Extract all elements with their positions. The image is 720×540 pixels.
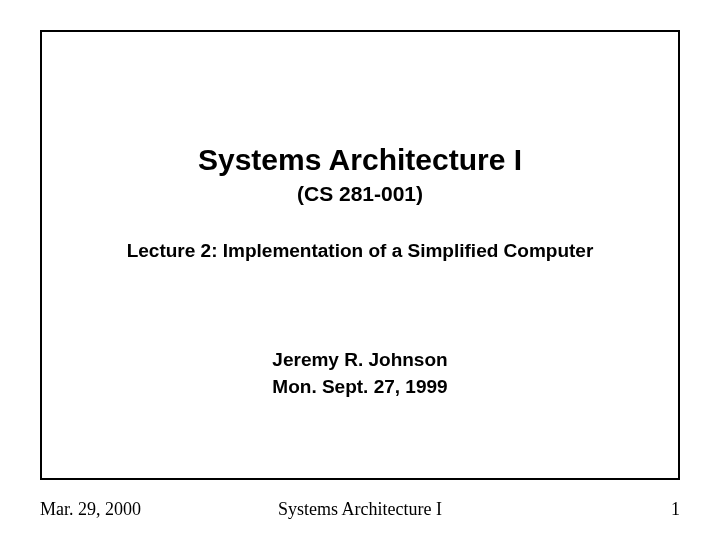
author-date: Mon. Sept. 27, 1999 <box>72 374 648 401</box>
author-block: Jeremy R. Johnson Mon. Sept. 27, 1999 <box>72 347 648 400</box>
footer-date: Mar. 29, 2000 <box>40 499 253 520</box>
title-block: Systems Architecture I (CS 281-001) <box>72 142 648 206</box>
slide-footer: Mar. 29, 2000 Systems Architecture I 1 <box>40 499 680 520</box>
author-name: Jeremy R. Johnson <box>72 347 648 374</box>
course-code: (CS 281-001) <box>72 182 648 206</box>
lecture-title: Lecture 2: Implementation of a Simplifie… <box>72 240 648 262</box>
footer-title: Systems Architecture I <box>253 499 466 520</box>
footer-page-number: 1 <box>467 499 680 520</box>
course-title: Systems Architecture I <box>72 142 648 178</box>
slide-frame: Systems Architecture I (CS 281-001) Lect… <box>40 30 680 480</box>
